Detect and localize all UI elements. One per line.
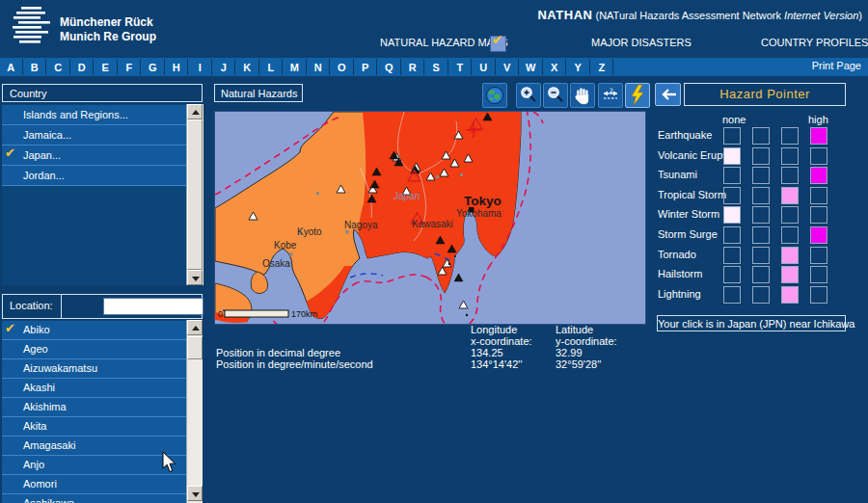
pan-button[interactable] (570, 83, 595, 108)
city-item-akashi[interactable]: Akashi (2, 379, 186, 398)
letter-q[interactable]: Q (378, 59, 401, 75)
city-item-anjo[interactable]: Anjo (2, 456, 186, 475)
back-button[interactable] (655, 83, 681, 106)
hazard-level-cell (810, 247, 827, 264)
x-coordinate-label: x-coordinate: (471, 335, 532, 347)
measure-icon: 2 (601, 86, 620, 105)
scroll-up-button[interactable] (187, 320, 203, 335)
letter-b[interactable]: B (24, 59, 47, 75)
zoom-out-button[interactable] (543, 83, 568, 108)
scroll-down-button[interactable] (187, 270, 203, 285)
letter-n[interactable]: N (308, 59, 331, 75)
scrollbar-thumb[interactable] (187, 119, 203, 270)
letter-y[interactable]: Y (567, 59, 590, 75)
nav-major-disasters[interactable]: MAJOR DISASTERS (591, 37, 692, 48)
list-item-label: Japan... (23, 149, 61, 161)
y-coordinate-label: y-coordinate: (556, 335, 617, 347)
city-item-akishima[interactable]: Akishima (2, 398, 186, 417)
click-info-box: Your click is in Japan (JPN) near Ichika… (657, 315, 846, 331)
letter-d[interactable]: D (71, 59, 95, 75)
hazard-pointer-button[interactable] (625, 83, 650, 108)
latitude-dms-value: 32°59'28'' (556, 358, 601, 370)
letter-p[interactable]: P (355, 59, 378, 75)
city-item-abiko[interactable]: ✔Abiko (2, 321, 186, 340)
letter-v[interactable]: V (497, 59, 520, 75)
city-item-amagasaki[interactable]: Amagasaki (2, 437, 186, 456)
scale-bar: 0 170km (218, 309, 317, 319)
letter-g[interactable]: G (142, 59, 165, 75)
list-item-label: Asahikawa (23, 497, 74, 503)
country-item-japan[interactable]: ✔Japan... (2, 146, 186, 166)
letter-e[interactable]: E (95, 59, 118, 75)
globe-icon (485, 86, 504, 105)
letter-x[interactable]: X (544, 59, 567, 75)
hazard-label: Tropical Storm (658, 189, 726, 200)
letter-z[interactable]: Z (591, 59, 614, 75)
letter-l[interactable]: L (260, 59, 284, 75)
header: Münchener Rück Munich Re Group NATHAN (N… (0, 0, 868, 58)
location-row: Location: (2, 294, 203, 319)
letter-a[interactable]: A (0, 59, 23, 75)
longitude-dms-value: 134°14'42'' (471, 358, 523, 370)
kyoto-label: Kyoto (297, 226, 322, 237)
letter-i[interactable]: I (189, 59, 212, 75)
hazard-row-tsunami: Tsunami (652, 166, 845, 186)
letter-m[interactable]: M (284, 59, 307, 75)
letter-f[interactable]: F (119, 59, 142, 75)
lightning-icon (630, 85, 645, 106)
letter-s[interactable]: S (425, 59, 448, 75)
measure-button[interactable]: 2 (598, 83, 623, 108)
print-page-button[interactable]: Print Page (812, 60, 861, 71)
scale-start: 0 (218, 309, 223, 319)
hazard-row-winter-storm: Winter Storm (652, 205, 845, 225)
city-item-akita[interactable]: Akita (2, 417, 186, 437)
zoom-in-button[interactable] (516, 83, 541, 108)
hazard-level-cell (781, 247, 799, 264)
position-dms-label: Position in degree/minute/second (216, 358, 373, 370)
country-item-jamaica[interactable]: Jamaica... (2, 125, 186, 146)
natural-hazard-maps-checkbox[interactable]: ✔ (490, 36, 506, 52)
letter-j[interactable]: J (213, 59, 236, 75)
hazard-level-cell (810, 206, 827, 224)
hazard-level-cell (723, 206, 741, 224)
city-item-ageo[interactable]: Ageo (2, 340, 186, 359)
column-header-none: none (722, 114, 746, 125)
scrollbar-thumb[interactable] (187, 336, 203, 359)
country-list: Islands and Regions...Jamaica...✔Japan..… (2, 105, 186, 186)
letter-r[interactable]: R (402, 59, 425, 75)
letter-o[interactable]: O (331, 59, 354, 75)
city-item-asahikawa[interactable]: Asahikawa (2, 494, 186, 503)
city-scrollbar[interactable] (186, 320, 203, 503)
letter-c[interactable]: C (47, 59, 70, 75)
globe-button[interactable] (482, 83, 507, 108)
hazard-label: Winter Storm (658, 208, 719, 220)
letter-t[interactable]: T (449, 59, 473, 75)
letter-h[interactable]: H (166, 59, 189, 75)
country-item-islands-and-regions[interactable]: Islands and Regions... (2, 105, 186, 125)
brand-line2: Munich Re Group (60, 30, 156, 44)
city-item-aomori[interactable]: Aomori (2, 475, 186, 494)
letter-w[interactable]: W (520, 59, 543, 75)
list-item-label: Jamaica... (23, 129, 71, 141)
nav-country-profiles[interactable]: COUNTRY PROFILES (761, 37, 868, 48)
hazard-map[interactable]: Japan Tokyo Yokohama Kawasaki Nagoya Kyo… (214, 111, 646, 325)
hazard-row-volcanic-eruption: Volcanic Eruption (652, 146, 845, 167)
letter-u[interactable]: U (473, 59, 496, 75)
scroll-up-button[interactable] (187, 104, 203, 119)
location-label: Location: (10, 300, 53, 311)
country-scrollbar[interactable] (186, 104, 203, 285)
pan-hand-icon (574, 86, 591, 105)
city-item-aizuwakamatsu[interactable]: Aizuwakamatsu (2, 359, 186, 379)
triangle-up-icon (192, 110, 200, 115)
nav-natural-hazard-maps[interactable]: NATURAL HAZARD MAPS (380, 37, 508, 48)
list-item-label: Aomori (23, 478, 57, 490)
country-item-jordan[interactable]: Jordan... (2, 166, 186, 186)
location-input[interactable] (103, 298, 203, 315)
city-list: ✔AbikoAgeoAizuwakamatsuAkashiAkishimaAki… (2, 321, 186, 503)
hazard-label: Storm Surge (658, 228, 718, 240)
hazard-level-cell (723, 266, 741, 283)
scale-end: 170km (291, 309, 317, 319)
latitude-decimal-value: 32.99 (556, 347, 583, 358)
scroll-down-button[interactable] (187, 486, 203, 501)
letter-k[interactable]: K (236, 59, 259, 75)
